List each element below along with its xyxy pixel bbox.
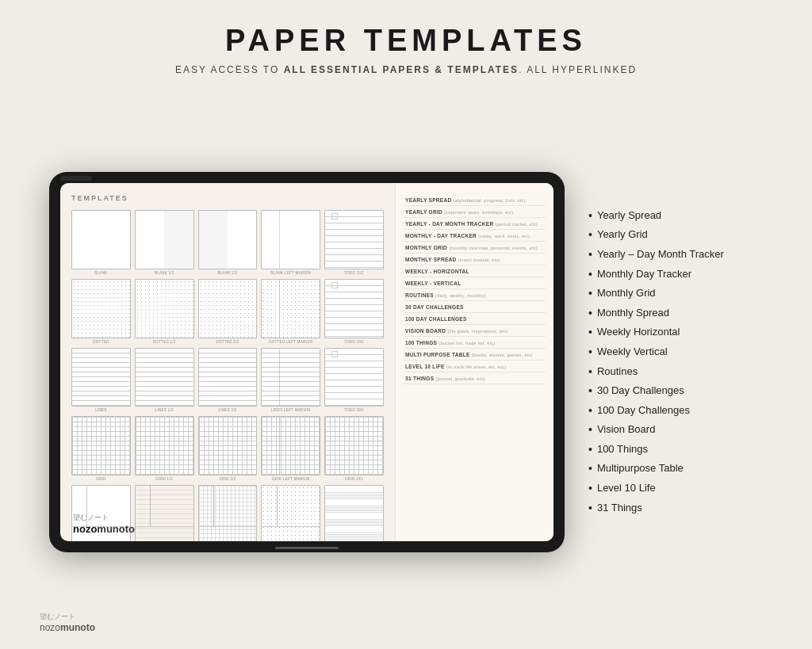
template-cell-lines: LINES [71, 348, 131, 413]
template-label: BLANK [94, 271, 107, 275]
template-cell-music: MUSIC [324, 485, 384, 541]
template-label: GRID [96, 477, 105, 481]
feature-item-30day: • 30 Day Challenges [588, 384, 763, 399]
bullet-icon: • [588, 384, 592, 399]
feature-text: Monthly Grid [597, 286, 656, 300]
template-cell-grid: GRID [71, 416, 131, 481]
feature-item-monthly-grid: • Monthly Grid [588, 286, 763, 302]
template-cell-grid-margin: GRID LEFT MARGIN [261, 416, 320, 481]
template-thumb-dotted-margin [261, 279, 320, 338]
tablet-camera [60, 176, 92, 181]
feature-item-yearly-day-month: • Yearly – Day Month Tracker [588, 247, 763, 263]
subtitle-normal: EASY ACCESS TO [175, 64, 284, 75]
template-thumb-grid12 [135, 416, 194, 475]
template-cell-cornell-grid: CORNELL GRID [198, 485, 258, 541]
feature-item-multipurpose: • Multipurpose Table [588, 461, 763, 477]
list-item: YEARLY SPREAD (alphabetical, progress, l… [404, 194, 546, 206]
feature-item-31things: • 31 Things [588, 501, 763, 517]
feature-text: 100 Things [597, 442, 648, 456]
template-thumb-blank-margin [261, 210, 320, 269]
brand-prefix-bottom: nozo [40, 622, 60, 633]
template-thumb-blank22 [198, 210, 258, 269]
template-label: TODO 2X2 [344, 340, 364, 344]
template-cell-dotted: DOTTED [71, 279, 131, 344]
template-cell-cornell-dotted: CORNELL DOTTED [261, 485, 320, 541]
feature-item-level10: • Level 10 Life [588, 481, 763, 497]
template-cell-lines-margin: LINES LEFT MARGIN [261, 348, 320, 413]
template-cell-cornell-lines: CORNELL LINES [135, 485, 194, 541]
template-thumb-dotted [71, 279, 131, 338]
list-item: 100 DAY CHALLENGES [404, 313, 546, 325]
list-item: WEEKLY - HORIZONTAL [404, 265, 546, 277]
template-thumb-todo3 [324, 348, 384, 407]
template-label: DOTTED 2/2 [216, 340, 239, 344]
feature-item-weekly-vertical: • Weekly Vertical [588, 345, 763, 361]
template-thumb-cornell-lines [135, 485, 194, 541]
template-cell-dotted-margin: DOTTED LEFT MARGIN [261, 279, 320, 344]
feature-text: Multipurpose Table [597, 461, 684, 475]
list-item: VISION BOARD (life goals, inspirations, … [404, 325, 546, 337]
features-list: • Yearly Spread • Yearly Grid • Yearly –… [588, 208, 763, 517]
tablet-home-bar [275, 547, 339, 549]
brand-prefix: nozo [73, 523, 97, 535]
list-item: ROUTINES (daily, weekly, monthly) [404, 289, 546, 301]
feature-text: Yearly – Day Month Tracker [597, 247, 724, 262]
bullet-icon: • [588, 481, 592, 497]
template-thumb-music [324, 485, 384, 541]
bullet-icon: • [588, 208, 592, 224]
template-thumb-grid2x1 [324, 416, 384, 475]
feature-item-yearly-grid: • Yearly Grid [588, 227, 763, 243]
template-thumb-grid-margin [261, 416, 320, 475]
template-thumb-cornell-grid [198, 485, 258, 541]
templates-heading: TEMPLATES [71, 194, 384, 202]
template-thumb-lines22 [198, 348, 258, 407]
template-cell-lines22: LINES 2/2 [198, 348, 258, 413]
tablet-frame: TEMPLATES BLANK BLANK 1/2 [49, 172, 565, 552]
header-section: PAPER TEMPLATES EASY ACCESS TO ALL ESSEN… [32, 24, 780, 75]
feature-text: Vision Board [597, 422, 655, 437]
template-label: GRID LEFT MARGIN [272, 477, 309, 481]
template-label: DOTTED LEFT MARGIN [269, 340, 312, 344]
template-label: LINES 1/2 [155, 408, 174, 412]
bullet-icon: • [588, 306, 592, 322]
bullet-icon: • [588, 267, 592, 283]
bullet-icon: • [588, 403, 592, 419]
template-thumb-cornell-dotted [261, 485, 320, 541]
screen-main: TEMPLATES BLANK BLANK 1/2 [60, 183, 395, 541]
list-item: WEEKLY - VERTICAL [404, 277, 546, 289]
template-thumb-blank [71, 210, 131, 269]
feature-text: Level 10 Life [597, 481, 656, 495]
list-item: MONTHLY - DAY TRACKER (sleep, work, stud… [404, 230, 546, 242]
bullet-icon: • [588, 501, 592, 517]
bullet-icon: • [588, 345, 592, 361]
template-cell-blank-margin: BLANK LEFT MARGIN [261, 210, 320, 275]
content-area: TEMPLATES BLANK BLANK 1/2 [32, 91, 780, 633]
feature-text: Monthly Day Tracker [597, 267, 691, 281]
brand-japanese: 望むノート [73, 513, 135, 523]
bullet-icon: • [588, 286, 592, 302]
screen-right-panel: YEARLY SPREAD (alphabetical, progress, l… [395, 183, 553, 541]
list-item: 100 THINGS (bucket list, trade list, etc… [404, 337, 546, 349]
template-label: LINES LEFT MARGIN [271, 408, 311, 412]
feature-item-monthly-day: • Monthly Day Tracker [588, 267, 763, 283]
feature-text: Yearly Spread [597, 208, 661, 223]
list-item: YEARLY - DAY MONTH TRACKER (period track… [404, 218, 546, 230]
template-label: TODO 1X2 [344, 271, 364, 275]
feature-text: 30 Day Challenges [597, 384, 684, 398]
list-item: MONTHLY GRID (monthly overview, personal… [404, 242, 546, 254]
feature-text: Yearly Grid [597, 227, 648, 242]
list-item: 31 THINGS (journal, gratitude, etc) [404, 372, 546, 384]
feature-item-100things: • 100 Things [588, 442, 763, 458]
template-cell-blank22: BLANK 2/2 [198, 210, 258, 275]
list-item: MULTI PURPOSE TABLE (books, movies, game… [404, 349, 546, 361]
template-label: DOTTED [93, 340, 109, 344]
template-thumb-dotted22 [198, 279, 258, 338]
template-label: GRID 2X1 [345, 477, 363, 481]
template-label: LINES [95, 408, 107, 412]
template-thumb-lines-margin [261, 348, 320, 407]
feature-item-monthly-spread: • Monthly Spread [588, 306, 763, 322]
bullet-icon: • [588, 325, 592, 341]
feature-item-vision-board: • Vision Board [588, 422, 763, 438]
feature-item-routines: • Routines [588, 365, 763, 380]
template-cell-grid22: GRID 2/2 [198, 416, 258, 481]
